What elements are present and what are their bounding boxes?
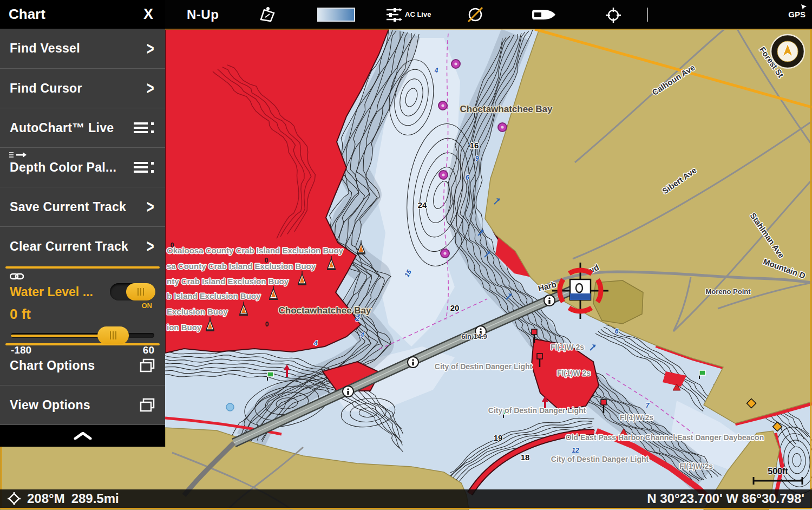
chevron-right-icon: > — [147, 78, 154, 98]
yellow-divider — [5, 266, 160, 269]
menu-item-label: Clear Current Track — [10, 239, 128, 254]
menu-item-label: Depth Color Pal... — [10, 160, 116, 175]
orientation-button[interactable]: N-Up — [187, 0, 219, 29]
submenu-windows-icon — [139, 358, 155, 373]
water-level-value: 0 ft — [10, 306, 155, 323]
map-label-place: Choctawhatchee Bay — [460, 104, 553, 114]
list-menu-icon — [132, 120, 155, 136]
map-label-danger: Old East Pass Harbor Channel East Danger… — [566, 433, 764, 442]
ac-live-sliders-icon[interactable] — [385, 7, 403, 36]
gps-label: GPS — [788, 10, 806, 19]
no-anchor-icon[interactable] — [467, 6, 484, 35]
water-level-slider[interactable] — [10, 325, 155, 345]
topbar-divider — [647, 8, 648, 22]
map-label-depth-blue: 4 — [313, 339, 318, 347]
map-label-depth-blue: 6 — [466, 174, 469, 181]
menu-item-label: Chart Options — [10, 358, 95, 373]
marker-dot — [439, 171, 448, 179]
map-label-zero: 0 — [265, 321, 269, 328]
menu-item-autochart-live[interactable]: AutoChart™ Live — [0, 108, 165, 147]
chart-menu-header: Chart X — [0, 0, 165, 29]
menu-item-save-current-track[interactable]: Save Current Track > — [0, 187, 165, 226]
map-label-buoy: ion Buoy — [167, 323, 202, 332]
map-label-danger: Fl(1)W 2s — [679, 462, 713, 470]
close-icon[interactable]: X — [140, 6, 156, 23]
water-level-slider-knob[interactable] — [97, 326, 129, 344]
list-menu-icon — [132, 159, 155, 175]
compass-rose — [771, 35, 804, 68]
water-level-toggle[interactable]: ON — [110, 283, 155, 300]
collapse-menu-button[interactable] — [0, 425, 165, 447]
map-label-depth-bold: 24 — [418, 200, 427, 210]
map-label-zero: 0 — [265, 257, 269, 264]
chart-source-icon[interactable] — [259, 6, 277, 35]
marker-dot — [451, 60, 460, 68]
water-level-label: Water Level ... — [10, 285, 93, 299]
menu-item-label: Find Cursor — [10, 81, 82, 96]
menu-item-label: AutoChart™ Live — [10, 121, 114, 135]
panel-title: Chart — [9, 6, 140, 23]
map-label-danger: City of Destin Danger Light — [551, 455, 649, 463]
marker-info — [408, 357, 418, 368]
map-label-depth-blue: 2 — [356, 315, 360, 323]
menu-item-label: View Options — [10, 398, 90, 413]
map-label-place-sm: 6ln 14.9 — [461, 332, 487, 341]
bearing-value: 208°M — [27, 491, 65, 506]
marker-dot — [441, 249, 449, 258]
map-label-scale: 500ft — [768, 467, 788, 476]
palette-link-icon — [9, 152, 27, 159]
chevron-right-icon: > — [147, 197, 154, 217]
gps-cursor-arrow-icon — [800, 3, 808, 11]
bearing-compass-icon — [8, 492, 21, 505]
map-label-danger: Fl(1)W 2s — [551, 343, 584, 351]
distance-value: 289.5mi — [71, 491, 119, 506]
map-label-depth-bold: 18 — [521, 453, 530, 462]
crosshair-icon[interactable] — [605, 7, 621, 36]
map-label-place-sm: Moreno Point — [705, 287, 751, 296]
map-label-danger: City of Destin Danger Light — [488, 406, 586, 415]
marker-bluedot — [226, 403, 234, 411]
depth-palette-preview[interactable] — [317, 8, 355, 22]
map-label-zero: 0 — [171, 241, 174, 249]
chevron-up-icon — [74, 432, 92, 440]
map-label-buoy: Okaloosa County Crab Island Exclusion Bu… — [167, 246, 344, 255]
toggle-state-label: ON — [142, 302, 153, 310]
marker-info — [343, 386, 353, 397]
marker-dot — [498, 123, 507, 132]
water-level-slider-fill — [11, 335, 103, 337]
map-label-buoy: Exclusion Buoy — [167, 307, 228, 316]
map-label-place: Choctawhatchee Bay — [279, 305, 372, 316]
cursor-coordinates: N 30°23.700' W 86°30.798' — [647, 491, 804, 506]
map-label-depth-blue: 4 — [434, 67, 438, 74]
status-bar: 208°M 289.5mi N 30°23.700' W 86°30.798' — [0, 489, 812, 508]
water-level-offset-control: Water Level ... ON 0 ft -180 60 — [0, 269, 165, 343]
map-label-buoy: nty Crab Island Exclusion Buoy — [167, 277, 289, 286]
map-label-depth-blue: 6 — [615, 328, 619, 335]
menu-item-depth-color-palette[interactable]: Depth Color Pal... — [0, 147, 165, 187]
map-label-depth-blue: 4 — [360, 331, 364, 339]
menu-item-find-vessel[interactable]: Find Vessel > — [0, 29, 165, 68]
map-label-danger: City of Destin Danger Light — [435, 362, 533, 371]
menu-item-view-options[interactable]: View Options — [0, 385, 165, 425]
map-label-depth-bold: 19 — [494, 433, 503, 442]
link-icon — [10, 273, 24, 280]
map-label-buoy: b Island Exclusion Buoy — [167, 291, 261, 300]
chevron-right-icon: > — [147, 38, 154, 58]
submenu-windows-icon — [139, 397, 155, 413]
orientation-label: N-Up — [187, 7, 219, 22]
chevron-right-icon: > — [147, 236, 154, 256]
toggle-knob — [126, 283, 155, 300]
menu-item-chart-options[interactable]: Chart Options — [0, 346, 165, 385]
chart-menu-panel: Chart X Find Vessel > Find Cursor > Auto… — [0, 0, 165, 447]
menu-item-label: Find Vessel — [10, 41, 80, 56]
chartplotter-screen: Choctawhatchee BayChoctawhatchee BayCalh… — [0, 0, 812, 510]
marker-dot — [438, 101, 447, 110]
menu-item-clear-current-track[interactable]: Clear Current Track > — [0, 226, 165, 266]
menu-item-find-cursor[interactable]: Find Cursor > — [0, 68, 165, 108]
menu-item-label: Save Current Track — [10, 200, 126, 214]
vessel-icon[interactable] — [532, 8, 556, 37]
map-label-depth-blue: 9 — [475, 155, 479, 162]
map-label-depth-blue: 12 — [572, 447, 579, 454]
map-label-danger: Fl(1)W 2s — [557, 369, 591, 377]
map-label-depth-bold: 16 — [470, 141, 479, 150]
